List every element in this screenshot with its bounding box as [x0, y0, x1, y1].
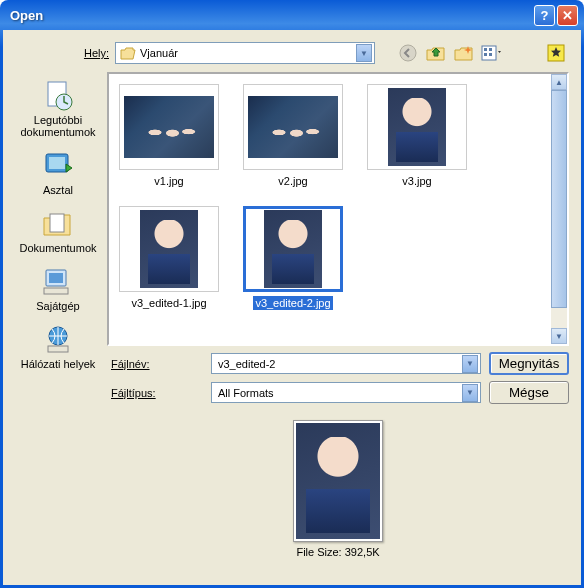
sidebar-network[interactable]: Hálózati helyek — [15, 320, 101, 374]
thumbnail-image — [264, 210, 322, 288]
back-icon — [399, 44, 417, 62]
chevron-down-icon[interactable]: ▼ — [462, 355, 478, 373]
location-bar: Hely: Vjanuár ▼ — [3, 30, 581, 72]
thumbnail-frame — [119, 84, 219, 170]
folder-up-icon — [426, 44, 446, 62]
back-button[interactable] — [397, 42, 419, 64]
main-area: Legutóbbi dokumentumok Asztal Dokumentum… — [3, 72, 581, 585]
file-list-view[interactable]: v1.jpgv2.jpgv3.jpgv3_edited-1.jpgv3_edit… — [107, 72, 569, 346]
sidebar-mycomputer[interactable]: Sajátgép — [15, 262, 101, 316]
preview-panel: File Size: 392,5K — [107, 410, 569, 558]
filetype-combo[interactable]: All Formats ▼ — [211, 382, 481, 403]
desktop-icon — [42, 150, 74, 182]
titlebar-buttons: ? ✕ — [534, 5, 578, 26]
folder-new-icon — [454, 44, 474, 62]
svg-rect-4 — [484, 53, 487, 56]
svg-rect-13 — [49, 273, 63, 283]
filetype-value: All Formats — [218, 387, 462, 399]
file-thumbnail[interactable]: v2.jpg — [243, 84, 343, 188]
preview-filesize: File Size: 392,5K — [296, 546, 379, 558]
svg-rect-10 — [49, 157, 65, 169]
filesize-value: 392,5K — [345, 546, 380, 558]
file-thumbnail[interactable]: v3_edited-1.jpg — [119, 206, 219, 310]
scroll-down-button[interactable]: ▼ — [551, 328, 567, 344]
recent-documents-icon — [42, 80, 74, 112]
thumbnail-image — [248, 96, 338, 158]
scroll-up-button[interactable]: ▲ — [551, 74, 567, 90]
thumbnail-frame — [367, 84, 467, 170]
filename-row: Fájlnév: v3_edited-2 ▼ Megnyitás — [107, 352, 569, 375]
thumbnail-frame — [243, 84, 343, 170]
filename-value: v3_edited-2 — [218, 358, 462, 370]
file-thumbnail[interactable]: v1.jpg — [119, 84, 219, 188]
file-grid: v1.jpgv2.jpgv3.jpgv3_edited-1.jpgv3_edit… — [109, 74, 551, 344]
my-computer-icon — [42, 266, 74, 298]
svg-rect-2 — [484, 48, 487, 51]
svg-rect-11 — [50, 214, 64, 232]
bottom-fields: Fájlnév: v3_edited-2 ▼ Megnyitás Fájltíp… — [107, 352, 569, 404]
folder-open-icon — [120, 46, 136, 60]
thumbnail-image — [140, 210, 198, 288]
star-icon — [547, 44, 565, 62]
documents-folder-icon — [42, 208, 74, 240]
sidebar-desktop[interactable]: Asztal — [15, 146, 101, 200]
scrollbar-thumb[interactable] — [551, 90, 567, 308]
file-thumbnail[interactable]: v3.jpg — [367, 84, 467, 188]
preview-thumbnail — [293, 420, 383, 542]
file-thumbnail[interactable]: v3_edited-2.jpg — [243, 206, 343, 310]
filetype-row: Fájltípus: All Formats ▼ Mégse — [107, 381, 569, 404]
view-menu-button[interactable] — [481, 42, 503, 64]
preview-image — [296, 423, 380, 539]
thumbnail-frame — [243, 206, 343, 292]
right-column: v1.jpgv2.jpgv3.jpgv3_edited-1.jpgv3_edit… — [107, 72, 569, 573]
thumbnail-label: v2.jpg — [276, 174, 309, 188]
location-combo[interactable]: Vjanuár ▼ — [115, 42, 375, 64]
thumbnail-label: v3_edited-1.jpg — [129, 296, 208, 310]
sidebar-label: Legutóbbi dokumentumok — [15, 114, 101, 138]
open-dialog-window: Open ? ✕ Hely: Vjanuár ▼ — [0, 0, 584, 588]
favorites-button[interactable] — [545, 42, 567, 64]
window-title: Open — [10, 8, 534, 23]
svg-point-0 — [400, 45, 416, 61]
sidebar-label: Dokumentumok — [19, 242, 96, 254]
new-folder-button[interactable] — [453, 42, 475, 64]
sidebar-label: Hálózati helyek — [21, 358, 96, 370]
thumbnail-label: v1.jpg — [152, 174, 185, 188]
sidebar-label: Asztal — [43, 184, 73, 196]
chevron-down-icon[interactable]: ▼ — [462, 384, 478, 402]
thumbnail-label: v3.jpg — [400, 174, 433, 188]
svg-rect-16 — [48, 346, 68, 352]
filename-label: Fájlnév: — [107, 358, 203, 370]
location-toolbar — [397, 42, 503, 64]
filename-combo[interactable]: v3_edited-2 ▼ — [211, 353, 481, 374]
thumbnail-frame — [119, 206, 219, 292]
thumbnail-label: v3_edited-2.jpg — [253, 296, 332, 310]
filesize-label: File Size: — [296, 546, 341, 558]
help-button[interactable]: ? — [534, 5, 555, 26]
vertical-scrollbar[interactable]: ▲ ▼ — [551, 74, 567, 344]
sidebar-recent[interactable]: Legutóbbi dokumentumok — [15, 76, 101, 142]
thumbnail-image — [388, 88, 446, 166]
close-button[interactable]: ✕ — [557, 5, 578, 26]
dialog-body: Hely: Vjanuár ▼ — [3, 30, 581, 585]
sidebar-label: Sajátgép — [36, 300, 79, 312]
view-icon — [481, 44, 503, 62]
location-value: Vjanuár — [140, 47, 356, 59]
chevron-down-icon[interactable]: ▼ — [356, 44, 372, 62]
network-places-icon — [42, 324, 74, 356]
filetype-label: Fájltípus: — [107, 387, 203, 399]
open-button[interactable]: Megnyitás — [489, 352, 569, 375]
location-label: Hely: — [73, 47, 109, 59]
up-one-level-button[interactable] — [425, 42, 447, 64]
sidebar-documents[interactable]: Dokumentumok — [15, 204, 101, 258]
svg-rect-3 — [489, 48, 492, 51]
titlebar[interactable]: Open ? ✕ — [0, 0, 584, 30]
svg-rect-14 — [44, 288, 68, 294]
places-sidebar: Legutóbbi dokumentumok Asztal Dokumentum… — [15, 72, 101, 573]
thumbnail-image — [124, 96, 214, 158]
cancel-button[interactable]: Mégse — [489, 381, 569, 404]
svg-rect-5 — [489, 53, 492, 56]
